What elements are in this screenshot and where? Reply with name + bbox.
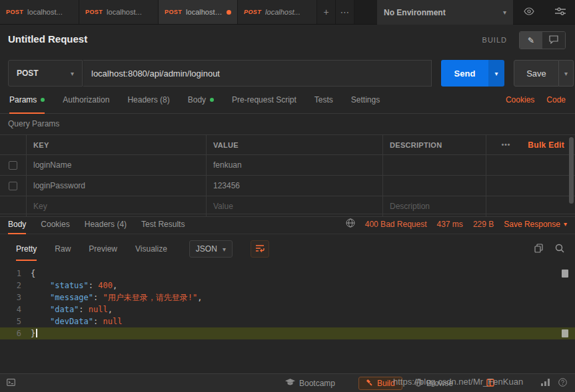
response-tab-cookies[interactable]: Cookies — [41, 214, 69, 234]
chevron-down-icon: ▾ — [71, 70, 74, 77]
help-button[interactable] — [558, 374, 567, 392]
console-icon — [7, 379, 15, 388]
param-key-cell[interactable]: loginName — [27, 155, 207, 175]
cookies-link[interactable]: Cookies — [506, 95, 534, 104]
code-link[interactable]: Code — [546, 95, 566, 104]
row-checkbox[interactable] — [9, 182, 17, 190]
status-badge: 400 Bad Request — [365, 220, 427, 229]
tab-label: Pre-request Script — [232, 95, 296, 104]
response-view-toolbar: Pretty Raw Preview Visualize JSON ▾ — [0, 235, 575, 263]
tab-title: localhost... — [265, 8, 310, 16]
tab-tests[interactable]: Tests — [314, 87, 333, 113]
two-pane-button[interactable] — [486, 374, 494, 392]
response-time: 437 ms — [437, 220, 463, 229]
select-all-cell — [0, 135, 27, 154]
tab-label: Tests — [314, 95, 333, 104]
search-icon[interactable] — [555, 244, 564, 255]
line-number: 3 — [0, 292, 31, 303]
view-pretty[interactable]: Pretty — [16, 235, 37, 263]
copy-icon[interactable] — [534, 244, 543, 255]
tab-authorization[interactable]: Authorization — [63, 87, 109, 113]
bootcamp-label: Bootcamp — [299, 379, 335, 388]
tab-method-label: POST — [85, 9, 103, 15]
param-value-cell[interactable]: 123456 — [207, 176, 383, 196]
green-dot-icon — [210, 98, 214, 102]
tab-prerequest-script[interactable]: Pre-request Script — [232, 87, 296, 113]
chevron-down-icon: ▾ — [223, 246, 226, 253]
tab-label: Body — [188, 95, 206, 104]
save-button[interactable]: Save — [514, 60, 559, 87]
response-tab-headers[interactable]: Headers (4) — [85, 214, 127, 234]
url-input[interactable] — [91, 69, 423, 79]
tab-settings[interactable]: Settings — [351, 87, 380, 113]
param-description-cell[interactable] — [383, 155, 486, 175]
tab-options-button[interactable]: ⋯ — [336, 0, 354, 24]
view-visualize[interactable]: Visualize — [135, 235, 167, 263]
format-select[interactable]: JSON ▾ — [189, 240, 233, 258]
text-cursor — [36, 329, 37, 337]
param-description-cell[interactable] — [383, 176, 486, 196]
environment-settings-button[interactable] — [545, 0, 575, 25]
line-number: 5 — [0, 315, 31, 327]
request-tab-preview[interactable]: POST localhost... — [238, 0, 317, 24]
tab-headers[interactable]: Headers (8) — [127, 87, 169, 113]
response-tab-body[interactable]: Body — [8, 214, 26, 234]
save-response-button[interactable]: Save Response ▾ — [504, 220, 567, 229]
view-preview[interactable]: Preview — [89, 235, 117, 263]
tab-body[interactable]: Body — [188, 87, 214, 113]
browse-label: Browse — [426, 379, 453, 388]
params-more-button[interactable]: ••• — [502, 141, 511, 148]
response-size: 229 B — [473, 220, 494, 229]
request-tab[interactable]: POST localhost... — [0, 0, 79, 24]
edit-title-button[interactable]: ✎ — [520, 32, 542, 49]
bootcamp-button[interactable]: Bootcamp — [285, 374, 335, 392]
code-line: 5 "devData": null — [0, 315, 575, 327]
chevron-down-icon: ▾ — [494, 70, 498, 77]
graduation-cap-icon — [285, 379, 295, 388]
build-toggle-button[interactable]: Build — [358, 377, 402, 390]
line-number: 4 — [0, 303, 31, 315]
tab-params[interactable]: Params — [9, 87, 45, 113]
request-tab-active[interactable]: POST localhost:... — [159, 0, 238, 24]
row-checkbox[interactable] — [9, 161, 17, 170]
globe-icon[interactable] — [346, 218, 355, 230]
response-meta: 400 Bad Request 437 ms 229 B Save Respon… — [346, 214, 567, 234]
environment-selector[interactable]: No Environment ▾ — [377, 0, 513, 25]
build-label: Build — [377, 379, 395, 388]
line-number: 1 — [0, 268, 31, 280]
trash-button[interactable] — [541, 374, 550, 392]
response-tab-test-results[interactable]: Test Results — [141, 214, 185, 234]
tab-title: localhost... — [27, 8, 73, 16]
param-actions-cell — [486, 176, 575, 196]
chevron-down-icon: ▾ — [503, 9, 506, 16]
param-value-cell[interactable]: fenkuan — [207, 155, 383, 175]
tab-label: Headers (4) — [85, 220, 127, 229]
wrap-text-button[interactable] — [251, 240, 269, 258]
bulk-edit-button[interactable]: Bulk Edit — [528, 140, 564, 150]
send-options-button[interactable]: ▾ — [488, 60, 504, 87]
send-button[interactable]: Send — [441, 60, 488, 87]
response-body-editor[interactable]: 1 { 2 "status": 400, 3 "message": "用户未登录… — [0, 263, 575, 363]
query-params-title: Query Params — [8, 119, 59, 128]
tab-label: Cookies — [41, 220, 69, 229]
request-title[interactable]: Untitled Request — [8, 33, 87, 45]
save-options-button[interactable]: ▾ — [559, 60, 574, 87]
format-value: JSON — [196, 244, 217, 254]
console-button[interactable] — [7, 374, 15, 392]
tab-label: Test Results — [141, 220, 185, 229]
param-key-cell[interactable]: loginPassword — [27, 176, 207, 196]
request-header: Untitled Request BUILD ✎ — [0, 25, 575, 55]
browse-globe-icon — [414, 379, 422, 389]
new-tab-button[interactable]: + — [317, 0, 336, 24]
environment-quick-look-button[interactable] — [517, 0, 541, 25]
view-raw[interactable]: Raw — [55, 235, 71, 263]
param-actions-cell — [486, 155, 575, 175]
save-response-label: Save Response — [504, 220, 560, 229]
method-select[interactable]: POST ▾ — [8, 60, 83, 87]
tab-method-label: POST — [6, 9, 23, 15]
code-line: 3 "message": "用户未登录，请先登录!", — [0, 292, 575, 303]
comments-button[interactable] — [542, 32, 565, 49]
request-tab[interactable]: POST localhost... — [79, 0, 159, 24]
scrollbar-thumb[interactable] — [569, 137, 574, 204]
browse-toggle-button[interactable]: Browse — [414, 374, 453, 392]
